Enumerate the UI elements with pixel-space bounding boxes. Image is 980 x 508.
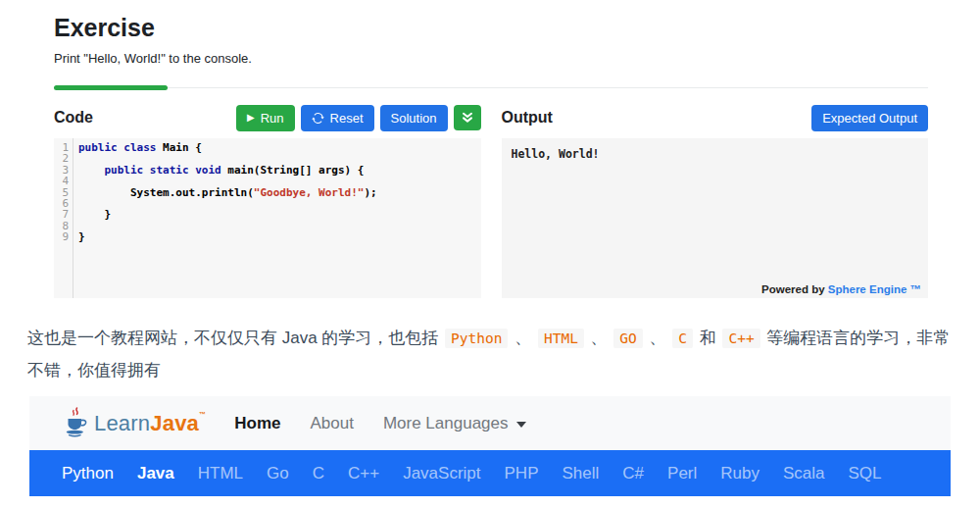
sphere-engine-link[interactable]: Sphere Engine ™ <box>828 283 921 295</box>
run-button-label: Run <box>261 112 284 125</box>
inline-code: C <box>672 329 693 348</box>
langbar-item-shell[interactable]: Shell <box>551 464 612 483</box>
langbar-item-python[interactable]: Python <box>50 464 125 483</box>
note-text: 这也是一个教程网站，不仅仅只有 Java 的学习，也包括 <box>27 329 443 347</box>
langbar-item-c[interactable]: C <box>301 464 336 483</box>
code-editor[interactable]: 123456789 public class Main { public sta… <box>54 138 481 298</box>
embedded-site: LearnJava™ HomeAboutMore Languages Pytho… <box>29 396 951 496</box>
note-text: 、 <box>510 329 535 347</box>
nav-item-more-languages[interactable]: More Languages <box>368 414 541 433</box>
collapse-button[interactable] <box>454 105 481 130</box>
refresh-icon <box>312 112 324 125</box>
caret-down-icon <box>516 422 526 428</box>
langbar-item-perl[interactable]: Perl <box>656 464 709 483</box>
logo-java-text: Java <box>150 411 199 435</box>
langbar-item-go[interactable]: Go <box>255 464 301 483</box>
logo-learn-text: Learn <box>94 411 150 435</box>
reset-button-label: Reset <box>330 112 364 125</box>
note-text: 、 <box>586 329 612 347</box>
progress-bar <box>54 85 168 90</box>
exercise-panels: Code ▶ Run <box>54 104 928 298</box>
inline-code: HTML <box>538 329 584 348</box>
java-coffee-cup-icon <box>61 407 90 439</box>
navbar-links: HomeAboutMore Languages <box>220 414 540 433</box>
langbar-item-javascript[interactable]: JavaScript <box>391 464 492 483</box>
inline-code: Python <box>445 329 508 348</box>
langbar-item-php[interactable]: PHP <box>493 464 551 483</box>
output-panel-title: Output <box>502 109 553 127</box>
note-text: 、 <box>645 329 670 347</box>
powered-by: Powered by Sphere Engine ™ <box>761 283 921 295</box>
expected-output-label: Expected Output <box>822 112 917 125</box>
output-console: Hello, World! Powered by Sphere Engine ™ <box>502 138 929 298</box>
progress-divider <box>54 85 928 88</box>
langbar-item-scala[interactable]: Scala <box>771 464 837 483</box>
langbar-item-c[interactable]: C# <box>611 464 656 483</box>
langbar-item-c[interactable]: C++ <box>336 464 391 483</box>
exercise-section: Exercise Print "Hello, World!" to the co… <box>0 0 980 298</box>
langbar-item-java[interactable]: Java <box>125 464 186 483</box>
site-navbar: LearnJava™ HomeAboutMore Languages <box>29 396 951 450</box>
solution-button[interactable]: Solution <box>380 105 448 131</box>
output-panel: Output Expected Output Hello, World! Pow… <box>502 104 929 298</box>
tutorial-note: 这也是一个教程网站，不仅仅只有 Java 的学习，也包括 Python 、 HT… <box>27 322 953 386</box>
note-text: 和 <box>695 329 720 347</box>
code-panel: Code ▶ Run <box>54 104 481 298</box>
line-numbers: 123456789 <box>54 138 74 298</box>
code-content[interactable]: public class Main { public static void m… <box>74 138 377 298</box>
chevron-double-down-icon <box>462 112 473 124</box>
langbar-item-sql[interactable]: SQL <box>837 464 894 483</box>
nav-item-home[interactable]: Home <box>220 414 295 433</box>
run-button[interactable]: ▶ Run <box>236 105 295 131</box>
reset-button[interactable]: Reset <box>301 105 374 131</box>
language-bar: PythonJavaHTMLGoCC++JavaScriptPHPShellC#… <box>29 450 951 496</box>
page-title: Exercise <box>54 14 928 42</box>
langbar-item-ruby[interactable]: Ruby <box>709 464 771 483</box>
code-panel-title: Code <box>54 109 93 127</box>
site-logo[interactable]: LearnJava™ <box>61 407 206 439</box>
output-text: Hello, World! <box>512 147 919 161</box>
powered-by-label: Powered by <box>761 283 825 295</box>
inline-code: C++ <box>722 329 760 348</box>
solution-button-label: Solution <box>391 112 437 125</box>
expected-output-button[interactable]: Expected Output <box>811 105 928 131</box>
exercise-subtitle: Print "Hello, World!" to the console. <box>54 51 928 66</box>
logo-trademark: ™ <box>199 411 206 418</box>
langbar-item-html[interactable]: HTML <box>186 464 255 483</box>
inline-code: GO <box>613 329 642 348</box>
nav-item-about[interactable]: About <box>295 414 368 433</box>
play-icon: ▶ <box>247 113 255 123</box>
